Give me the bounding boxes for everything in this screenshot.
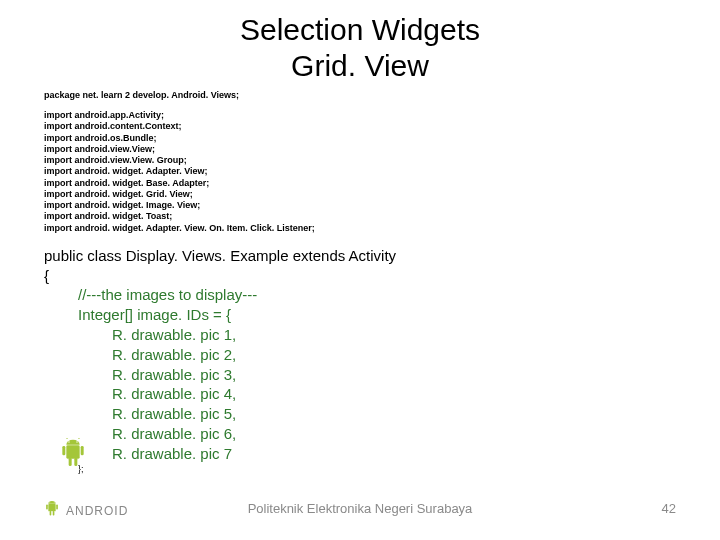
import-line: import android. widget. Toast; <box>44 211 720 222</box>
svg-rect-7 <box>69 458 72 466</box>
svg-rect-8 <box>74 458 77 466</box>
import-line: import android. widget. Grid. View; <box>44 189 720 200</box>
array-declaration: Integer[] image. IDs = { <box>44 305 720 325</box>
array-item: R. drawable. pic 5, <box>44 404 720 424</box>
import-line: import android.os.Bundle; <box>44 133 720 144</box>
import-line: import android. widget. Base. Adapter; <box>44 178 720 189</box>
svg-rect-6 <box>81 446 84 455</box>
import-block: import android.app.Activity; import andr… <box>44 110 720 234</box>
svg-rect-5 <box>62 446 65 455</box>
import-line: import android.content.Context; <box>44 121 720 132</box>
array-item: R. drawable. pic 4, <box>44 384 720 404</box>
svg-rect-4 <box>66 445 79 458</box>
array-item: R. drawable. pic 1, <box>44 325 720 345</box>
array-item: R. drawable. pic 2, <box>44 345 720 365</box>
page-number: 42 <box>662 501 676 516</box>
code-comment: //---the images to display--- <box>44 285 720 305</box>
class-body: public class Display. Views. Example ext… <box>44 246 720 476</box>
array-close: }; <box>44 464 720 476</box>
array-item: R. drawable. pic 7 <box>44 444 720 464</box>
import-line: import android.view.View; <box>44 144 720 155</box>
array-item: R. drawable. pic 6, <box>44 424 720 444</box>
class-declaration: public class Display. Views. Example ext… <box>44 246 720 266</box>
import-line: import android.app.Activity; <box>44 110 720 121</box>
svg-point-0 <box>68 441 69 442</box>
package-declaration: package net. learn 2 develop. Android. V… <box>44 90 720 100</box>
android-robot-icon <box>56 438 90 478</box>
svg-line-3 <box>79 438 81 439</box>
footer-institution: Politeknik Elektronika Negeri Surabaya <box>0 501 720 516</box>
open-brace: { <box>44 266 720 286</box>
title-line-2: Grid. View <box>291 49 429 82</box>
svg-line-2 <box>66 438 68 439</box>
import-line: import android. widget. Image. View; <box>44 200 720 211</box>
svg-point-1 <box>76 441 77 442</box>
import-line: import android. widget. Adapter. View; <box>44 166 720 177</box>
import-line: import android. widget. Adapter. View. O… <box>44 223 720 234</box>
title-line-1: Selection Widgets <box>240 13 480 46</box>
import-line: import android.view.View. Group; <box>44 155 720 166</box>
array-item: R. drawable. pic 3, <box>44 365 720 385</box>
slide-title: Selection Widgets Grid. View <box>0 0 720 84</box>
